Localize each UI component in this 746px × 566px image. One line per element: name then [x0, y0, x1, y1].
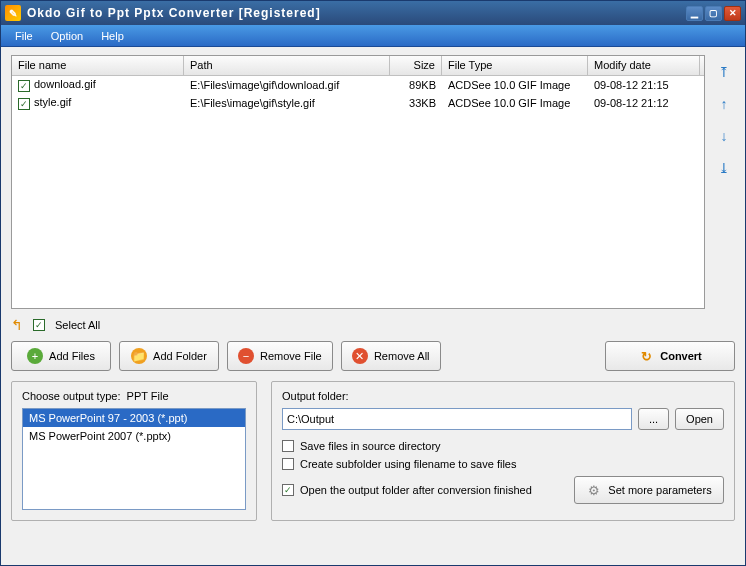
- add-folder-button[interactable]: 📁 Add Folder: [119, 341, 219, 371]
- output-folder-input[interactable]: [282, 408, 632, 430]
- minus-icon: −: [238, 348, 254, 364]
- row-checkbox[interactable]: ✓: [18, 98, 30, 110]
- col-header-path[interactable]: Path: [184, 56, 390, 75]
- output-type-option[interactable]: MS PowerPoint 2007 (*.pptx): [23, 427, 245, 445]
- convert-icon: ↻: [638, 348, 654, 364]
- menu-file[interactable]: File: [7, 27, 41, 45]
- col-header-name[interactable]: File name: [12, 56, 184, 75]
- select-all-label: Select All: [55, 319, 100, 331]
- convert-button[interactable]: ↻ Convert: [605, 341, 735, 371]
- open-after-checkbox[interactable]: ✓: [282, 484, 294, 496]
- remove-file-button[interactable]: − Remove File: [227, 341, 333, 371]
- open-after-label: Open the output folder after conversion …: [300, 484, 532, 496]
- convert-label: Convert: [660, 350, 702, 362]
- move-up-button[interactable]: ↑: [715, 95, 733, 113]
- move-top-button[interactable]: ⤒: [715, 63, 733, 81]
- table-row[interactable]: ✓style.gifE:\Files\image\gif\style.gif33…: [12, 94, 704, 112]
- folder-icon: 📁: [131, 348, 147, 364]
- output-type-current: PPT File: [127, 390, 169, 402]
- table-row[interactable]: ✓download.gifE:\Files\image\gif\download…: [12, 76, 704, 94]
- col-header-type[interactable]: File Type: [442, 56, 588, 75]
- col-header-date[interactable]: Modify date: [588, 56, 700, 75]
- add-files-button[interactable]: + Add Files: [11, 341, 111, 371]
- open-folder-button[interactable]: Open: [675, 408, 724, 430]
- menu-help[interactable]: Help: [93, 27, 132, 45]
- create-subfolder-checkbox[interactable]: [282, 458, 294, 470]
- file-grid[interactable]: File name Path Size File Type Modify dat…: [11, 55, 705, 309]
- grid-header: File name Path Size File Type Modify dat…: [12, 56, 704, 76]
- titlebar: ✎ Okdo Gif to Ppt Pptx Converter [Regist…: [1, 1, 745, 25]
- move-bottom-button[interactable]: ⤓: [715, 159, 733, 177]
- remove-all-label: Remove All: [374, 350, 430, 362]
- remove-file-label: Remove File: [260, 350, 322, 362]
- output-type-panel: Choose output type: PPT File MS PowerPoi…: [11, 381, 257, 521]
- set-more-parameters-button[interactable]: ⚙ Set more parameters: [574, 476, 724, 504]
- output-type-listbox[interactable]: MS PowerPoint 97 - 2003 (*.ppt)MS PowerP…: [22, 408, 246, 510]
- row-checkbox[interactable]: ✓: [18, 80, 30, 92]
- close-button[interactable]: ✕: [724, 6, 741, 21]
- app-icon: ✎: [5, 5, 21, 21]
- gear-icon: ⚙: [586, 482, 602, 498]
- minimize-button[interactable]: ▁: [686, 6, 703, 21]
- up-folder-icon[interactable]: ↰: [11, 317, 23, 333]
- browse-button[interactable]: ...: [638, 408, 669, 430]
- more-params-label: Set more parameters: [608, 484, 711, 496]
- output-type-label: Choose output type:: [22, 390, 120, 402]
- add-folder-label: Add Folder: [153, 350, 207, 362]
- menubar: File Option Help: [1, 25, 745, 47]
- save-in-source-label: Save files in source directory: [300, 440, 441, 452]
- add-files-label: Add Files: [49, 350, 95, 362]
- window-title: Okdo Gif to Ppt Pptx Converter [Register…: [27, 6, 686, 20]
- remove-all-button[interactable]: ✕ Remove All: [341, 341, 441, 371]
- menu-option[interactable]: Option: [43, 27, 91, 45]
- clear-icon: ✕: [352, 348, 368, 364]
- select-all-checkbox[interactable]: ✓: [33, 319, 45, 331]
- create-subfolder-label: Create subfolder using filename to save …: [300, 458, 516, 470]
- plus-icon: +: [27, 348, 43, 364]
- save-in-source-checkbox[interactable]: [282, 440, 294, 452]
- output-folder-panel: Output folder: ... Open Save files in so…: [271, 381, 735, 521]
- output-folder-label: Output folder:: [282, 390, 724, 402]
- output-type-option[interactable]: MS PowerPoint 97 - 2003 (*.ppt): [23, 409, 245, 427]
- col-header-size[interactable]: Size: [390, 56, 442, 75]
- maximize-button[interactable]: ▢: [705, 6, 722, 21]
- move-down-button[interactable]: ↓: [715, 127, 733, 145]
